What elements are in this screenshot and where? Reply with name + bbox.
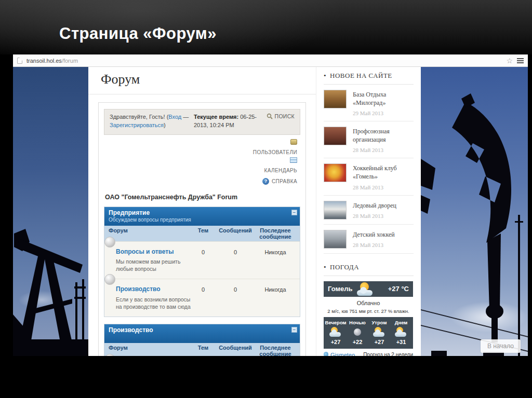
forecast-period: Вечером [325,320,347,325]
quick-links: ПОЛЬЗОВАТЕЛИ КАЛЕНДАРЬ ? СПРАВКА [104,135,300,185]
news-thumbnail [324,230,347,249]
forum-link[interactable]: Производство [116,285,191,293]
forum-link[interactable]: Вопросы и ответы [116,248,191,256]
weather-section-heading: •ПОГОДА [324,263,414,271]
news-item[interactable]: База Отдыха «Милоград» 29 Май 2013 [324,85,414,121]
news-thumbnail [324,163,347,182]
page-title: Форум [101,72,316,87]
column-threads: Тем [191,227,216,240]
forum-row: Производство Если у вас возникли вопросы… [104,279,300,317]
last-post: Никогда [255,285,296,310]
forecast-temp: +27 [368,339,390,345]
users-link[interactable]: ПОЛЬЗОВАТЕЛИ [104,149,297,155]
help-link[interactable]: СПРАВКА [272,179,297,184]
weather-current: Гомель +27 °C [324,281,413,297]
url-text[interactable]: transoil.hol.es/forum [26,58,78,64]
news-title: Детский хоккей [353,231,395,239]
sidebar: •НОВОЕ НА САЙТЕ База Отдыха «Милоград» 2… [316,67,421,356]
news-title: База Отдыха «Милоград» [353,91,414,107]
forum-container: Здравствуйте, Гость! (Вход — Зарегистрир… [98,102,306,356]
posts-count: 0 [216,248,255,273]
forecast-temp: +27 [325,339,347,345]
column-forum: Форум [109,345,191,356]
table-column-headers: Форум Тем Сообщений Последнее сообщение [104,343,300,356]
weather-details: 2 м/с, юв 751 мм рт. ст. 27 % влажн. [324,308,413,314]
news-date: 28 Май 2013 [353,184,414,190]
bullet-icon: • [324,72,326,79]
url-host: transoil.hol.es [26,58,62,64]
calendar-link[interactable]: КАЛЕНДАРЬ [104,168,297,173]
gismeteo-link[interactable]: Gismeteo [324,352,355,356]
welcome-bar: Здравствуйте, Гость! (Вход — Зарегистрир… [104,109,300,135]
sun-cloud-icon [356,282,377,296]
two-week-forecast-link[interactable]: Прогноз на 2 недели [363,352,413,356]
background-photo-right: В начало [421,67,528,356]
forum-row: Вопросы и ответы Мы поможем вам решить л… [104,241,300,279]
table-column-headers: Форум Тем Сообщений Последнее сообщение [104,226,300,241]
posts-count: 0 [216,285,255,310]
login-link[interactable]: Вход [168,114,181,120]
category-title: Предприятие [109,209,296,216]
news-item[interactable]: Ледовый дворец 28 Май 2013 [324,196,414,225]
forum-category-table: Производство − Форум Тем Сообщений После… [104,324,300,356]
news-item[interactable]: Профсоюзная организация 28 Май 2013 [324,121,414,158]
column-forum: Форум [109,227,191,240]
forecast-temp: +22 [347,339,368,345]
printer-icon[interactable] [290,139,297,145]
board-title: ОАО "Гомельтранснефть Дружба" Forum [105,194,300,201]
last-post: Никогда [255,248,296,273]
collapse-button[interactable]: − [291,210,297,215]
category-title: Производство [109,326,296,334]
search-link[interactable]: ПОИСК [257,113,295,130]
sun-cloud-icon [394,327,408,337]
news-date: 28 Май 2013 [353,242,395,248]
news-item[interactable]: Детский хоккей 28 Май 2013 [324,225,414,254]
news-title: Хоккейный клуб «Гомель» [353,164,414,181]
heading-divider [88,94,316,94]
category-header: Производство − [104,324,300,343]
page-icon [17,58,22,64]
news-thumbnail [324,90,347,108]
members-icon[interactable] [290,157,297,163]
news-date: 28 Май 2013 [353,147,414,153]
column-posts: Сообщений [216,227,255,240]
weather-city: Гомель [328,285,353,293]
news-title: Ледовый дворец [353,202,396,210]
browser-address-bar[interactable]: transoil.hol.es/forum ☆ [13,54,528,67]
column-last-post: Последнее сообщение [255,227,296,240]
bookmark-star-icon[interactable]: ☆ [506,57,513,64]
back-to-top-button[interactable]: В начало [481,339,521,353]
weather-widget: Гомель +27 °C Облачно 2 м/с, юв 751 мм р… [324,281,413,356]
forum-status-icon [104,274,115,285]
browser-menu-icon[interactable] [517,58,524,63]
news-date: 29 Май 2013 [353,110,414,116]
presentation-slide: Страница «Форум» transoil.hol.es/forum ☆ [0,0,532,398]
search-icon [267,113,273,119]
forecast-period: Днем [390,320,412,325]
collapse-button[interactable]: − [291,327,297,333]
category-subtitle: Обсуждаем вопросы предприятия [109,217,296,223]
weather-temperature: +27 °C [388,285,409,293]
forum-description: Если у вас возникли вопросы на производс… [116,296,191,310]
column-posts: Сообщений [216,345,255,356]
current-time: Текущее время: 06-25-2013, 10:24 PM [192,113,257,130]
threads-count: 0 [191,285,216,310]
pumpjack-silhouette-right [421,67,528,356]
main-content-column: Форум Здравствуйте, Гость! (Вход — Зарег… [88,67,316,356]
news-item[interactable]: Хоккейный клуб «Гомель» 28 Май 2013 [324,158,414,195]
news-title: Профсоюзная организация [353,128,414,144]
sun-cloud-icon [329,327,342,337]
forum-category-table: Предприятие Обсуждаем вопросы предприяти… [104,207,300,317]
pumpjack-silhouette-left [13,221,88,356]
moon-icon [354,328,361,336]
search-label: ПОИСК [275,113,295,119]
page-viewport: Форум Здравствуйте, Гость! (Вход — Зарег… [13,67,528,356]
column-last-post: Последнее сообщение [255,345,296,356]
background-photo-left [13,67,88,356]
sun-cloud-icon [373,327,386,337]
url-path: /forum [62,58,78,64]
help-icon: ? [262,178,269,185]
forum-description: Мы поможем вам решить любые вопросы [116,258,191,272]
column-threads: Тем [191,345,216,356]
register-link[interactable]: Зарегистрироваться [110,122,164,128]
